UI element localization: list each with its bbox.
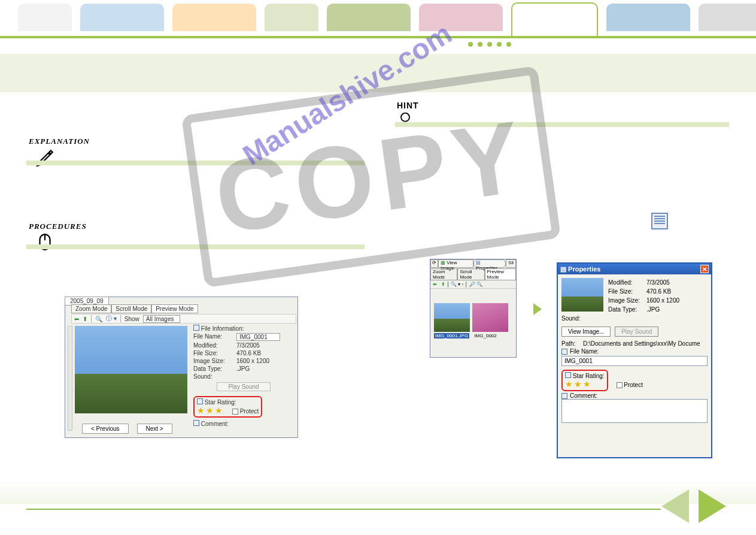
protect-checkbox[interactable]: [617, 382, 623, 388]
selected-file[interactable]: IMG_0001.JPG: [434, 333, 469, 338]
procedures-underline: [26, 244, 365, 249]
watermark-url: Manualshive.com: [237, 17, 457, 172]
dialog-thumbnail: [561, 278, 603, 312]
view-image-button[interactable]: View Image...: [561, 327, 611, 337]
scroll-mode-screenshot: ⟳ ▦ View Image ▤ Properties Sli Zoom Mod…: [430, 259, 517, 358]
nav-tab[interactable]: [699, 4, 756, 31]
star-rating-highlight: Star Rating: ★★★: [561, 370, 608, 391]
path-value: D:\Documents and Settings\xxx\My Docume: [583, 340, 700, 347]
preview-photo: [75, 326, 187, 413]
nav-tab[interactable]: [265, 4, 318, 31]
tab-zoom[interactable]: Zoom Mode: [71, 304, 111, 313]
nav-tab[interactable]: [80, 4, 164, 31]
show-combo[interactable]: All Images: [143, 315, 181, 323]
arrow-right-icon: [533, 303, 542, 315]
prev-page-icon[interactable]: [661, 489, 689, 523]
file-info-panel: File Information: File Name:IMG_0001 Mod…: [193, 325, 294, 427]
tab-underline: [0, 36, 756, 38]
explanation-heading: EXPLANATION: [29, 137, 90, 146]
filename-input[interactable]: IMG_0001: [561, 356, 708, 366]
refresh-icon[interactable]: ⟳: [430, 259, 438, 268]
nav-tab-active[interactable]: [511, 2, 598, 36]
page-dots: [468, 42, 511, 47]
file-info-header: File Information:: [201, 325, 244, 332]
previous-button[interactable]: < Previous: [82, 424, 129, 434]
hint-heading: HINT: [397, 101, 419, 110]
view-tabs: Zoom Mode Scroll Mode Preview Mode: [71, 304, 198, 313]
splitter[interactable]: [68, 326, 72, 431]
star-rating[interactable]: ★★★: [197, 406, 224, 415]
play-sound-button: Play Sound: [217, 382, 270, 391]
next-page-icon[interactable]: [699, 489, 726, 523]
close-icon[interactable]: ✕: [700, 265, 709, 273]
thumbnail[interactable]: [472, 303, 508, 332]
properties-icon[interactable]: [651, 213, 668, 229]
collapse-icon[interactable]: [193, 325, 199, 331]
dialog-icon: ▤: [560, 265, 566, 273]
filename-value[interactable]: IMG_0001: [236, 333, 280, 341]
watermark-text: COPY: [208, 97, 534, 257]
tab-scroll[interactable]: Scroll Mode: [111, 304, 151, 313]
view-image-tab[interactable]: ▦ View Image: [438, 259, 473, 268]
nav-tab[interactable]: [327, 4, 411, 31]
footer-rule: [26, 509, 661, 510]
nav-tab[interactable]: [172, 4, 256, 31]
protect-checkbox[interactable]: [232, 409, 238, 415]
star-rating-highlight: Star Rating: ★★★ Protect: [193, 396, 262, 418]
footer-gradient: [0, 480, 756, 504]
comment-textarea[interactable]: [561, 399, 708, 423]
collapse-icon[interactable]: [561, 393, 567, 399]
collapse-icon[interactable]: [193, 420, 199, 426]
info-icon[interactable]: ⓘ ▾: [106, 315, 117, 323]
back-icon[interactable]: ⬅: [74, 316, 79, 322]
hero-band: [0, 54, 756, 92]
preview-mode-screenshot: 2005_09_09 Zoom Mode Scroll Mode Preview…: [65, 297, 298, 438]
nav-tab[interactable]: [18, 4, 72, 31]
watermark-stamp: COPY: [181, 66, 561, 288]
collapse-icon[interactable]: [561, 349, 567, 355]
svg-point-2: [401, 113, 409, 122]
procedures-heading: PROCEDURES: [29, 222, 87, 231]
thumbnail[interactable]: [434, 303, 470, 332]
collapse-icon[interactable]: [197, 398, 203, 404]
tab-preview[interactable]: Preview Mode: [151, 304, 198, 313]
star-rating[interactable]: ★★★: [565, 379, 592, 389]
collapse-icon[interactable]: [565, 372, 571, 378]
hint-underline: [395, 122, 729, 127]
up-icon[interactable]: ⬆: [83, 316, 87, 322]
properties-icon: ▤: [476, 260, 481, 265]
dialog-titlebar: ▤ Properties ✕: [558, 264, 711, 274]
nav-tab[interactable]: [606, 4, 690, 31]
show-label: Show: [125, 316, 139, 322]
next-button[interactable]: Next >: [137, 424, 172, 434]
properties-tab-highlight[interactable]: ▤ Properties: [473, 259, 506, 268]
dialog-title: Properties: [568, 265, 600, 273]
play-sound-button: Play Sound: [615, 327, 658, 337]
properties-dialog: ▤ Properties ✕ Modified:7/3/2005 File Si…: [557, 262, 712, 458]
nav-tab[interactable]: [419, 4, 503, 31]
explanation-underline: [26, 161, 365, 165]
tab-bar: [0, 4, 756, 38]
toolbar: ⬅ ⬆ 🔍 ⓘ ▾ Show All Images: [71, 314, 296, 324]
rotate-icon[interactable]: 🔍: [95, 316, 102, 322]
